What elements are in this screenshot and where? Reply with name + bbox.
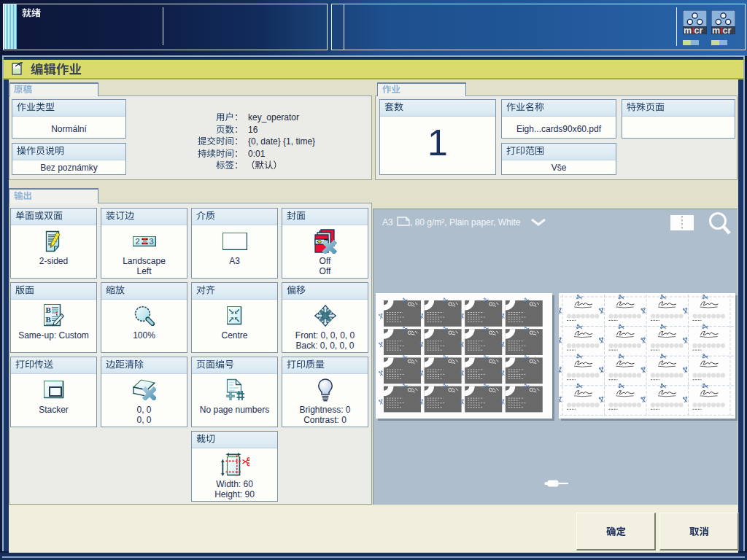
svg-text:B: B [45,305,51,314]
svg-text:B: B [45,315,51,324]
svg-text:3: 3 [149,237,153,246]
svg-text:micr: micr [684,26,703,35]
svg-text:2: 2 [135,237,139,246]
svg-text:micr: micr [712,26,732,35]
